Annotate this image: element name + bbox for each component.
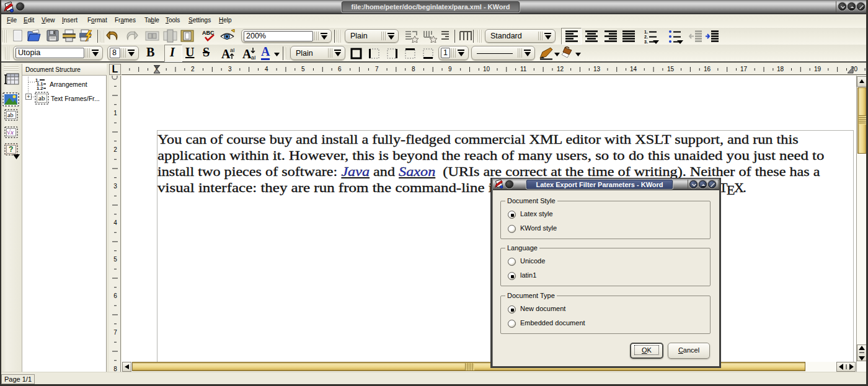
svg-text:3.: 3. [644, 40, 648, 44]
svg-text:ab: ab [7, 112, 13, 118]
svg-text:√x: √x [7, 128, 14, 136]
svg-text:aI: aI [251, 55, 256, 61]
svg-text:1.: 1. [644, 30, 648, 34]
svg-text:?: ? [9, 145, 13, 154]
svg-text:A: A [221, 47, 231, 61]
svg-text:1.2: 1.2 [37, 86, 43, 90]
svg-text:ab: ab [38, 94, 45, 102]
svg-text:A: A [242, 47, 252, 61]
svg-text:aI: aI [230, 47, 235, 53]
svg-text:2.: 2. [644, 35, 648, 39]
